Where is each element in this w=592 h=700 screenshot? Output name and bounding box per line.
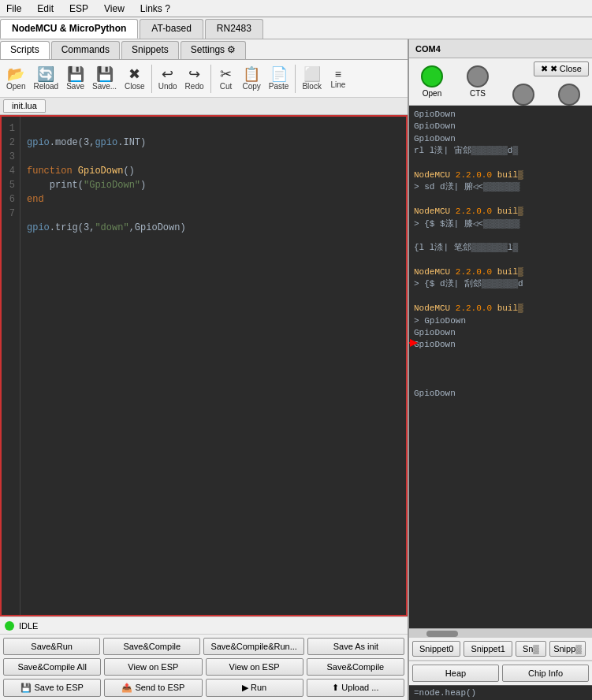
- block-icon: ⬜: [303, 67, 321, 81]
- btn-row-1: Save&Run Save&Compile Save&Compile&Run..…: [3, 638, 404, 655]
- toolbar-sep2: [210, 65, 211, 93]
- code-editor[interactable]: 1 2 3 4 5 6 7 gpio.mode(3,gpio.INT) func…: [0, 115, 408, 616]
- terminal-line: [414, 194, 587, 206]
- terminal[interactable]: GpioDown GpioDown GpioDown rl l湵| 宙郐▒▒▒▒…: [409, 106, 592, 628]
- close-file-icon: ✖: [128, 67, 140, 81]
- terminal-line-nodemcu-3: NodeMCU 2.2.0.0 buil▒: [414, 266, 587, 278]
- scroll-thumb[interactable]: [426, 631, 458, 637]
- btn-upload[interactable]: ⬆ Upload ...: [307, 679, 404, 697]
- scroll-track[interactable]: [409, 628, 592, 638]
- toolbar-close[interactable]: ✖ Close: [121, 65, 148, 92]
- tab-scripts[interactable]: Scripts: [0, 41, 50, 59]
- menu-esp[interactable]: ESP: [66, 3, 91, 14]
- terminal-line: GpioDown: [414, 109, 587, 121]
- toolbar-saveas[interactable]: 💾 Save...: [89, 65, 120, 92]
- status-label: IDLE: [19, 621, 38, 631]
- cts-label: CTS: [470, 89, 486, 98]
- tab-rn2483[interactable]: RN2483: [205, 19, 263, 39]
- serial-open-btn[interactable]: Open: [412, 61, 452, 101]
- serial-controls: Open CTS ✖ ✖ Close DTR: [409, 58, 592, 106]
- toolbar-block[interactable]: ⬜ Block: [299, 65, 324, 92]
- redo-icon: ↪: [188, 67, 200, 81]
- device-tabs: NodeMCU & MicroPython AT-based RN2483: [0, 17, 592, 39]
- toolbar-cut[interactable]: ✂ Cut: [214, 65, 238, 92]
- toolbar-redo[interactable]: ↪ Redo: [182, 65, 207, 92]
- toolbar-save-label: Save: [66, 82, 84, 91]
- snippet-extra[interactable]: Snipp▒: [549, 641, 586, 657]
- terminal-line-gpiodown-1: GpioDown: [414, 327, 587, 339]
- tab-nodemcu[interactable]: NodeMCU & MicroPython: [0, 19, 138, 39]
- btn-save-run[interactable]: Save&Run: [3, 638, 100, 655]
- menu-file[interactable]: File: [3, 3, 24, 14]
- toolbar-undo-label: Undo: [158, 82, 177, 91]
- cmd-input[interactable]: [409, 686, 592, 700]
- dtr-circle[interactable]: [512, 84, 534, 106]
- btn-send-to-esp[interactable]: 📤 Send to ESP: [104, 679, 202, 697]
- toolbar-copy[interactable]: 📋 Copy: [240, 65, 264, 92]
- upload-label: Upload ...: [341, 683, 378, 692]
- terminal-line: GpioDown: [414, 133, 587, 145]
- btn-save-compile[interactable]: Save&Compile: [103, 638, 200, 655]
- btn-row-3: 💾 Save to ESP 📤 Send to ESP ▶ Run ⬆ Uplo…: [3, 679, 404, 697]
- toolbar-sep1: [151, 65, 152, 93]
- btn-save-compile-run[interactable]: Save&Compile&Run...: [203, 638, 303, 655]
- tab-commands[interactable]: Commands: [51, 41, 120, 59]
- menu-links[interactable]: Links ?: [137, 3, 173, 14]
- open-icon: 📂: [7, 67, 24, 81]
- btn-save-compile-2[interactable]: Save&Compile: [307, 658, 404, 676]
- toolbar-paste[interactable]: 📄 Paste: [266, 65, 292, 92]
- tab-at[interactable]: AT-based: [140, 19, 203, 39]
- save-to-esp-label: Save to ESP: [34, 683, 83, 692]
- file-tab-init[interactable]: init.lua: [3, 99, 46, 113]
- btn-save-as-init[interactable]: Save As init: [307, 638, 404, 655]
- rts-circle[interactable]: [558, 84, 580, 106]
- toolbar-line-label: Line: [330, 80, 345, 89]
- btn-view-esp-2[interactable]: View on ESP: [206, 658, 303, 676]
- file-tab-bar: init.lua: [0, 98, 408, 115]
- cts-circle[interactable]: [467, 65, 489, 88]
- btn-save-compile-all[interactable]: Save&Compile All: [3, 658, 101, 676]
- main-layout: Scripts Commands Snippets Settings ⚙ 📂 O…: [0, 39, 592, 700]
- snippet-btn-0[interactable]: Snippet0: [412, 641, 460, 657]
- menu-view[interactable]: View: [101, 3, 128, 14]
- toolbar-open[interactable]: 📂 Open: [3, 65, 28, 92]
- snippet-btn-1[interactable]: Snippet1: [464, 641, 512, 657]
- terminal-line: > sd d湵| 腑◁<▒▒▒▒▒▒▒: [414, 181, 587, 193]
- btn-view-esp-1[interactable]: View on ESP: [104, 658, 202, 676]
- snippet-btn-2[interactable]: Sn▒: [516, 641, 546, 657]
- menu-bar: File Edit ESP View Links ?: [0, 0, 592, 17]
- toolbar-reload[interactable]: 🔄 Reload: [30, 65, 61, 92]
- save-to-esp-icon: 💾: [20, 683, 34, 692]
- btn-chip-info[interactable]: Chip Info: [502, 665, 589, 682]
- saveas-icon: 💾: [96, 67, 114, 81]
- btn-save-to-esp[interactable]: 💾 Save to ESP: [3, 679, 101, 697]
- tab-settings[interactable]: Settings ⚙: [181, 41, 247, 59]
- terminal-line: [414, 158, 587, 169]
- btn-run[interactable]: ▶ Run: [206, 679, 303, 697]
- btn-row-2: Save&Compile All View on ESP View on ESP…: [3, 658, 404, 676]
- terminal-line-gpiodown-2: GpioDown: [414, 339, 587, 388]
- open-circle[interactable]: [421, 65, 443, 88]
- save-icon: 💾: [67, 67, 84, 81]
- toolbar: 📂 Open 🔄 Reload 💾 Save 💾 Save... ✖ Close: [0, 60, 408, 98]
- close-button[interactable]: ✖ ✖ Close: [534, 61, 589, 76]
- code-content[interactable]: gpio.mode(3,gpio.INT) function GpioDown(…: [20, 117, 406, 615]
- toolbar-line[interactable]: ≡ Line: [326, 67, 350, 91]
- btn-heap[interactable]: Heap: [412, 665, 499, 682]
- tab-snippets[interactable]: Snippets: [121, 41, 179, 59]
- terminal-line-nodemcu-2: NodeMCU 2.2.0.0 buil▒: [414, 206, 587, 218]
- terminal-line: [414, 255, 587, 266]
- toolbar-sep3: [295, 65, 296, 93]
- toolbar-save[interactable]: 💾 Save: [63, 65, 87, 92]
- send-to-esp-icon: 📤: [121, 683, 135, 692]
- terminal-line-gpiodown-prompt: > GpioDown: [414, 315, 587, 327]
- reload-icon: 🔄: [37, 67, 54, 81]
- toolbar-cut-label: Cut: [220, 82, 233, 91]
- menu-edit[interactable]: Edit: [34, 3, 57, 14]
- left-panel: Scripts Commands Snippets Settings ⚙ 📂 O…: [0, 39, 409, 700]
- toolbar-copy-label: Copy: [243, 82, 261, 91]
- toolbar-undo[interactable]: ↩ Undo: [155, 65, 181, 92]
- cmd-row: [409, 685, 592, 700]
- serial-cts-btn[interactable]: CTS: [458, 61, 497, 101]
- copy-icon: 📋: [243, 67, 260, 81]
